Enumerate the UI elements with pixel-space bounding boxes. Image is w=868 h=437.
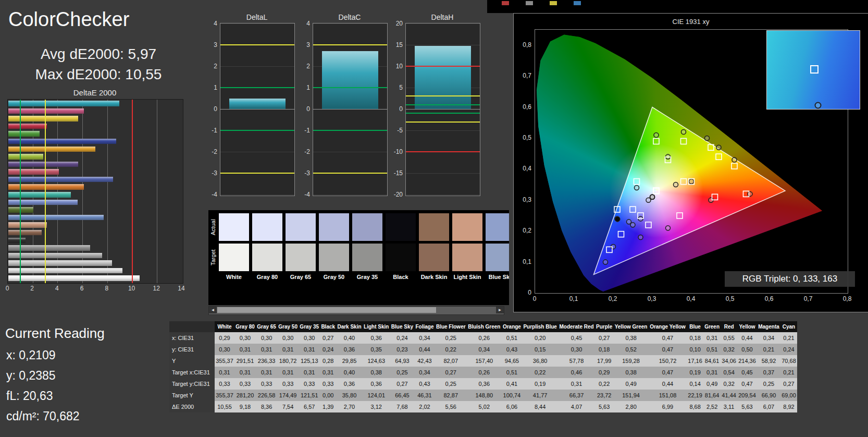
table-cell: 0,21	[780, 367, 797, 378]
table-cell: 0,38	[363, 367, 390, 378]
table-cell: 209,54	[737, 390, 757, 401]
swatch-target-gray-35	[352, 244, 382, 271]
reference-line	[313, 130, 387, 131]
toolbar-icon-yellow[interactable]	[550, 1, 557, 5]
table-cell: 0,34	[414, 367, 435, 378]
reading-y: y: 0,2385	[6, 369, 56, 383]
table-cell: 0,31	[234, 344, 256, 355]
y-tick-label: 3	[214, 41, 217, 48]
gridline	[313, 23, 387, 24]
gridline	[406, 45, 480, 45]
table-cell: 0,47	[649, 344, 687, 355]
col-header-yellow: Yellow	[737, 321, 757, 332]
current-reading-point	[615, 216, 620, 222]
table-cell: 0,24	[780, 344, 797, 355]
y-tick-label: -4	[304, 191, 310, 198]
table-cell: 0,44	[737, 332, 757, 344]
toolbar-icon-blue[interactable]	[574, 1, 581, 5]
toolbar-icon-gray[interactable]	[526, 1, 533, 5]
table-cell: 10,55	[215, 401, 234, 412]
reading-x: x: 0,2109	[6, 348, 56, 362]
table-cell: 150,72	[649, 355, 687, 367]
table-cell: 6,06	[502, 401, 522, 412]
table-cell: 151,94	[613, 390, 648, 401]
reference-line	[406, 151, 480, 152]
y-tick-label: -3	[212, 169, 217, 177]
table-cell: 0,51	[502, 367, 522, 378]
scrollbar-thumb[interactable]	[217, 307, 436, 313]
row-header: Target Y	[169, 390, 215, 401]
table-cell: 57,78	[558, 355, 595, 367]
table-cell: 0,34	[414, 332, 435, 344]
reference-line	[313, 173, 387, 174]
cie-y-tick-label: 0,1	[517, 258, 531, 265]
table-cell: 0,19	[522, 378, 558, 390]
table-cell: 151,08	[649, 390, 687, 401]
table-cell: 0,20	[522, 332, 558, 344]
y-tick-label: 0	[399, 105, 403, 113]
max-de2000-label: Max dE2000: 10,55	[0, 66, 197, 83]
target-point	[653, 138, 659, 144]
target-point	[681, 138, 687, 144]
reference-line	[132, 100, 133, 283]
scroll-left-arrow-icon[interactable]: ◄	[209, 307, 217, 313]
target-row-label: Target	[210, 245, 217, 271]
table-cell: 0,31	[558, 378, 595, 390]
table-cell: 64,93	[390, 355, 415, 367]
target-point	[653, 188, 659, 193]
delta-e-plot	[7, 99, 183, 284]
table-cell: 42,43	[414, 355, 435, 367]
swatch-target-light-skin	[452, 244, 482, 271]
table-cell: 0,52	[613, 344, 648, 355]
delta-l-title: DeltaL	[220, 13, 294, 21]
table-cell: 0,43	[502, 344, 522, 355]
y-tick-label: 3	[306, 41, 310, 48]
table-cell: 2,70	[336, 401, 363, 412]
x-tick-label: 4	[55, 285, 59, 292]
gridline	[406, 173, 480, 174]
gridline	[406, 195, 480, 195]
table-cell: 174,49	[277, 390, 299, 401]
reference-line	[406, 104, 480, 105]
table-cell: 157,40	[467, 355, 502, 367]
app-window: ColorChecker Avg dE2000: 5,97 Max dE2000…	[0, 0, 868, 437]
col-header-purplish-blue: Purplish Blue	[522, 321, 558, 332]
target-point	[653, 188, 659, 193]
reference-line	[313, 87, 387, 88]
table-cell: 281,20	[234, 390, 256, 401]
y-tick-label: -15	[394, 169, 403, 177]
table-cell: 0,37	[757, 367, 780, 378]
target-point	[646, 222, 651, 228]
col-header-orange-yellow: Orange Yellow	[649, 321, 687, 332]
gridline	[313, 152, 387, 152]
table-cell: 0,27	[780, 378, 797, 390]
y-tick-label: 0	[306, 105, 310, 113]
cie-x-tick-label: 0,1	[569, 295, 578, 302]
table-cell: 0,25	[435, 378, 467, 390]
measured-point	[705, 136, 710, 140]
swatch-scrollbar[interactable]: ◄ ►	[208, 306, 504, 315]
swatch-label-white: White	[219, 274, 249, 280]
reference-line	[45, 100, 46, 283]
table-cell: 0,00	[320, 390, 336, 401]
cie-zoom-inset	[766, 30, 860, 110]
table-row-target-x:cie31: Target x:CIE310,310,310,310,310,310,310,…	[169, 367, 797, 378]
target-point	[716, 154, 722, 160]
toolbar-icon-red[interactable]	[502, 1, 509, 5]
reference-line	[406, 122, 480, 123]
table-cell: 0,27	[595, 332, 613, 344]
cie-x-tick-label: 0,3	[648, 295, 656, 302]
table-cell: 0,24	[390, 332, 415, 344]
table-cell: 0,27	[320, 332, 336, 344]
swatch-actual-gray-65	[286, 213, 316, 241]
cie-x-tick-label: 0,7	[804, 295, 813, 302]
scroll-right-arrow-icon[interactable]: ►	[496, 307, 504, 313]
table-cell: 0,15	[522, 344, 558, 355]
table-cell: 124,01	[363, 390, 390, 401]
cie-y-tick-label: 0,5	[517, 134, 531, 141]
col-header-gray-50: Gray 50	[277, 321, 299, 332]
measured-point	[650, 195, 655, 199]
delta-e-bar-gray-65	[8, 260, 112, 266]
gridline	[157, 100, 157, 283]
table-cell: 35,80	[336, 390, 363, 401]
